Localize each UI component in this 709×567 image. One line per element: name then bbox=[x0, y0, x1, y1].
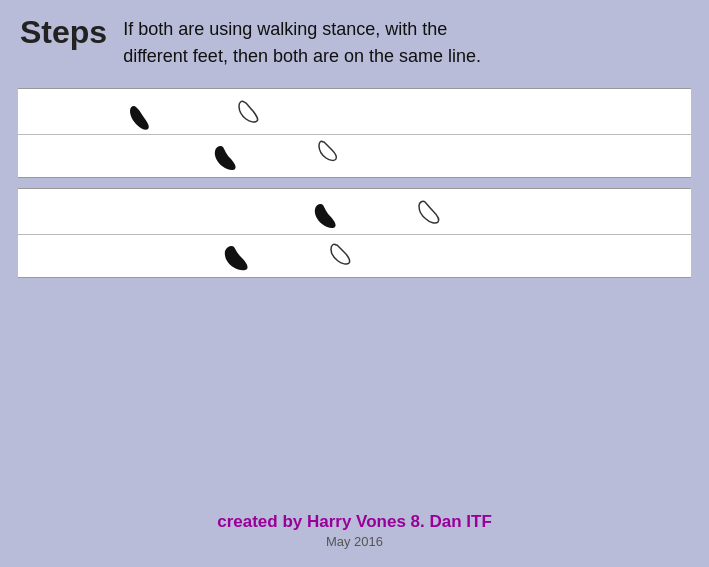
description-line1: If both are using walking stance, with t… bbox=[123, 19, 447, 39]
footer-sub-text: May 2016 bbox=[0, 534, 709, 549]
foot-5-black bbox=[313, 201, 349, 229]
footer-section: created by Harry Vones 8. Dan ITF May 20… bbox=[0, 512, 709, 549]
foot-1-black bbox=[128, 103, 162, 131]
foot-3-black bbox=[213, 143, 249, 171]
diagram-area bbox=[18, 88, 691, 278]
foot-2-outline bbox=[238, 99, 268, 125]
lane-2-divider bbox=[18, 234, 691, 235]
lane-1-divider bbox=[18, 134, 691, 135]
foot-8-outline bbox=[330, 242, 362, 266]
lane-1 bbox=[18, 88, 691, 178]
steps-label: Steps bbox=[20, 14, 107, 51]
foot-6-outline bbox=[418, 199, 452, 225]
lane-2 bbox=[18, 188, 691, 278]
footer-main-text: created by Harry Vones 8. Dan ITF bbox=[0, 512, 709, 532]
foot-4-outline bbox=[318, 139, 346, 163]
header-section: Steps If both are using walking stance, … bbox=[0, 0, 709, 78]
header-description: If both are using walking stance, with t… bbox=[123, 16, 481, 70]
foot-7-black bbox=[223, 243, 261, 271]
description-line2: different feet, then both are on the sam… bbox=[123, 46, 481, 66]
